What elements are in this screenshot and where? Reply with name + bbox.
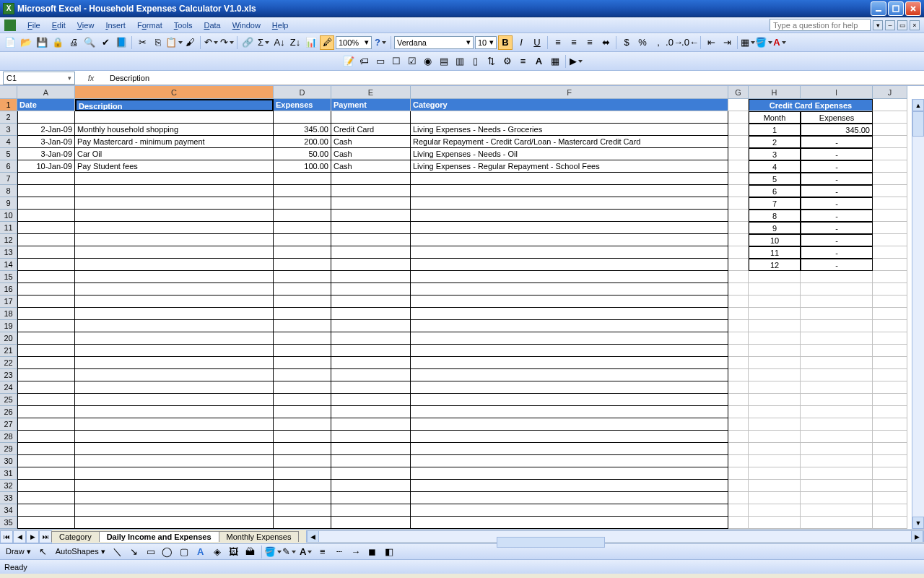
- row-header-35[interactable]: 35: [0, 517, 17, 529]
- tab-nav-last-icon[interactable]: ⏭: [39, 530, 52, 543]
- cell-H1[interactable]: Credit Card Expenses: [749, 99, 873, 111]
- autosum-icon[interactable]: Σ: [256, 35, 271, 50]
- cell-E28[interactable]: [331, 431, 411, 443]
- autoshapes-menu[interactable]: AutoShapes ▾: [53, 547, 108, 556]
- arrow-icon[interactable]: ↘: [127, 545, 141, 559]
- cell-I28[interactable]: [801, 431, 873, 443]
- cell-D20[interactable]: [274, 332, 331, 345]
- cell-A30[interactable]: [17, 455, 75, 467]
- undo-icon[interactable]: ↶: [204, 35, 218, 50]
- line-color-icon[interactable]: ✎: [282, 545, 297, 559]
- help-search-input[interactable]: [770, 19, 871, 31]
- row-header-25[interactable]: 25: [0, 394, 17, 406]
- row-header-24[interactable]: 24: [0, 381, 17, 394]
- cell-F4[interactable]: Regular Repayment - Credit Card/Loan - M…: [411, 136, 728, 148]
- cells[interactable]: DateDescriptionExpensesPaymentCategoryCr…: [17, 99, 907, 529]
- row-header-21[interactable]: 21: [0, 345, 17, 357]
- cell-E13[interactable]: [331, 246, 411, 259]
- cell-J23[interactable]: [873, 369, 907, 381]
- chart-wizard-icon[interactable]: 📊: [304, 35, 318, 50]
- cell-A14[interactable]: [17, 259, 75, 271]
- cell-G11[interactable]: [728, 222, 749, 234]
- cell-H14[interactable]: 12: [749, 259, 801, 271]
- cell-H23[interactable]: [749, 369, 801, 381]
- cell-C19[interactable]: [75, 320, 274, 332]
- picture-icon[interactable]: 🏔: [243, 545, 258, 559]
- draw-menu[interactable]: Draw ▾: [3, 547, 34, 556]
- cell-G5[interactable]: [728, 148, 749, 160]
- row-header-17[interactable]: 17: [0, 296, 17, 308]
- cell-H28[interactable]: [749, 431, 801, 443]
- cell-G13[interactable]: [728, 246, 749, 259]
- cell-F12[interactable]: [411, 234, 728, 246]
- cell-J34[interactable]: [873, 504, 907, 517]
- col-header-A[interactable]: A: [17, 86, 75, 99]
- font-size-box[interactable]: 10▾: [475, 36, 497, 49]
- cell-D21[interactable]: [274, 345, 331, 357]
- cell-A3[interactable]: 2-Jan-09: [17, 124, 75, 136]
- cell-A29[interactable]: [17, 443, 75, 455]
- cell-J14[interactable]: [873, 259, 907, 271]
- cell-C24[interactable]: [75, 381, 274, 394]
- help-dropdown-icon[interactable]: ▾: [873, 20, 883, 30]
- cut-icon[interactable]: ✂: [135, 35, 149, 50]
- cell-D18[interactable]: [274, 308, 331, 320]
- cell-A21[interactable]: [17, 345, 75, 357]
- cell-G6[interactable]: [728, 160, 749, 173]
- cell-H21[interactable]: [749, 345, 801, 357]
- fx-button[interactable]: fx: [75, 74, 107, 82]
- cell-J28[interactable]: [873, 431, 907, 443]
- cell-I31[interactable]: [801, 467, 873, 480]
- cell-F11[interactable]: [411, 222, 728, 234]
- cell-D28[interactable]: [274, 431, 331, 443]
- cell-E19[interactable]: [331, 320, 411, 332]
- hscroll-right-icon[interactable]: ▶: [911, 531, 923, 542]
- cell-A28[interactable]: [17, 431, 75, 443]
- select-objects-icon[interactable]: ↖: [36, 545, 51, 559]
- cell-F9[interactable]: [411, 197, 728, 210]
- cell-G18[interactable]: [728, 308, 749, 320]
- dash-style-icon[interactable]: ┄: [332, 545, 346, 559]
- cell-C28[interactable]: [75, 431, 274, 443]
- row-header-30[interactable]: 30: [0, 455, 17, 467]
- print-icon[interactable]: 🖨: [66, 35, 81, 50]
- cell-A19[interactable]: [17, 320, 75, 332]
- cell-G30[interactable]: [728, 455, 749, 467]
- cell-J5[interactable]: [873, 148, 907, 160]
- rectangle-icon[interactable]: ▭: [144, 545, 158, 559]
- wb-close-button[interactable]: ×: [910, 20, 920, 30]
- cell-J21[interactable]: [873, 345, 907, 357]
- row-header-20[interactable]: 20: [0, 332, 17, 345]
- cell-H8[interactable]: 6: [749, 185, 801, 197]
- form-edit-icon[interactable]: 📝: [341, 54, 356, 69]
- row-header-33[interactable]: 33: [0, 492, 17, 504]
- cell-H6[interactable]: 4: [749, 160, 801, 173]
- row-header-34[interactable]: 34: [0, 504, 17, 517]
- cell-J7[interactable]: [873, 173, 907, 185]
- tab-nav-first-icon[interactable]: ⏮: [0, 530, 13, 543]
- form-run-icon[interactable]: ▶: [569, 54, 583, 69]
- cell-D11[interactable]: [274, 222, 331, 234]
- cell-A8[interactable]: [17, 185, 75, 197]
- cell-A20[interactable]: [17, 332, 75, 345]
- cell-I15[interactable]: [801, 271, 873, 283]
- cell-C7[interactable]: [75, 173, 274, 185]
- cell-A27[interactable]: [17, 418, 75, 431]
- cell-E2[interactable]: [331, 111, 411, 124]
- row-header-28[interactable]: 28: [0, 431, 17, 443]
- cell-D30[interactable]: [274, 455, 331, 467]
- name-box[interactable]: C1▾: [3, 72, 75, 85]
- cell-C8[interactable]: [75, 185, 274, 197]
- zoom-box[interactable]: 100%▾: [336, 36, 372, 49]
- cell-C15[interactable]: [75, 271, 274, 283]
- drawing-icon[interactable]: 🖉: [320, 35, 334, 50]
- cell-H27[interactable]: [749, 418, 801, 431]
- cell-F22[interactable]: [411, 357, 728, 369]
- cell-I2[interactable]: Expenses: [801, 111, 873, 124]
- cell-I12[interactable]: -: [801, 234, 873, 246]
- cell-F25[interactable]: [411, 394, 728, 406]
- cell-E31[interactable]: [331, 467, 411, 480]
- cell-G10[interactable]: [728, 210, 749, 222]
- cell-I11[interactable]: -: [801, 222, 873, 234]
- align-center-icon[interactable]: ≡: [567, 35, 581, 50]
